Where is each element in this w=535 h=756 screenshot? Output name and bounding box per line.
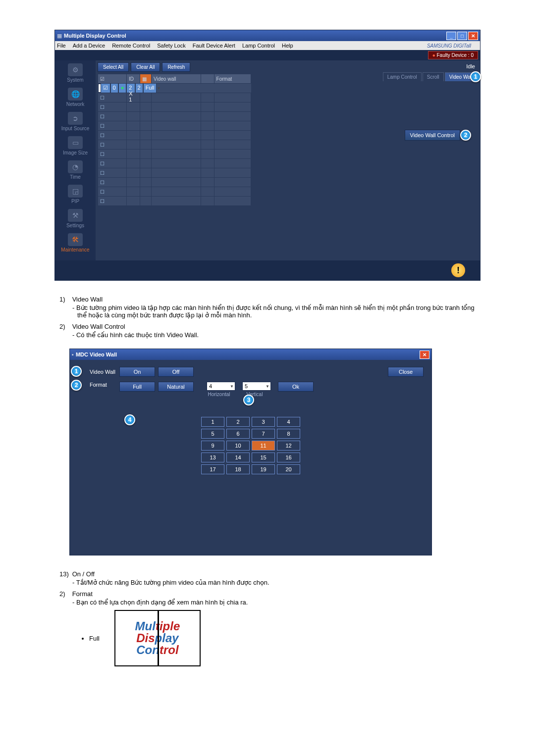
grid-cell[interactable]: 1	[201, 417, 224, 427]
desc-num: 2)	[59, 323, 70, 330]
app-icon: ▦	[57, 33, 62, 39]
callout-2-icon: 2	[71, 380, 82, 391]
ok-button[interactable]: Ok	[278, 382, 314, 392]
clear-all-button[interactable]: Clear All	[131, 62, 160, 72]
grid-cell[interactable]: 7	[252, 429, 275, 439]
off-button[interactable]: Off	[158, 367, 194, 377]
desc-title: Video Wall	[72, 296, 103, 303]
table-row[interactable]	[98, 159, 251, 168]
grid-cell[interactable]: 19	[252, 464, 275, 474]
callout-4-icon: 4	[124, 414, 135, 425]
pip-icon: ◲	[68, 185, 83, 198]
maximize-button[interactable]: □	[457, 32, 467, 40]
grid-cell[interactable]: 20	[277, 464, 300, 474]
sidebar-item-pip[interactable]: ◲PIP	[55, 185, 96, 204]
menu-help[interactable]: Help	[282, 43, 293, 49]
sidebar-item-input[interactable]: ➲Input Source	[55, 112, 96, 131]
tab-scroll[interactable]: Scroll	[423, 72, 444, 81]
tab-lamp[interactable]: Lamp Control	[383, 72, 422, 81]
menu-remote-control[interactable]: Remote Control	[112, 43, 150, 49]
menu-lamp-control[interactable]: Lamp Control	[242, 43, 275, 49]
fault-bar: Faulty Device : 0	[55, 50, 480, 60]
sidebar-item-network[interactable]: 🌐Network	[55, 88, 96, 107]
desc-title: On / Off	[72, 570, 95, 578]
grid-cell[interactable]: 2	[226, 417, 250, 427]
brand-label: SAMSUNG DIGITall	[427, 43, 471, 49]
table-row[interactable]	[98, 131, 251, 140]
table-row[interactable]	[98, 140, 251, 150]
desc-num: 1)	[59, 296, 70, 303]
dialog-close-button[interactable]: ✕	[420, 351, 429, 359]
grid-cell[interactable]: 15	[252, 453, 275, 462]
menu-add-device[interactable]: Add a Device	[73, 43, 105, 49]
table-row[interactable]	[98, 102, 251, 112]
table-row[interactable]	[98, 150, 251, 159]
table-row[interactable]	[98, 168, 251, 178]
grid-cell[interactable]: 9	[201, 441, 224, 451]
desc-text: - Bức tường phim video là tập hợp các mà…	[77, 304, 481, 319]
sidebar-item-system[interactable]: ⚙System	[55, 63, 96, 83]
close-button[interactable]: Close	[388, 367, 424, 377]
grid-cell[interactable]: 18	[226, 464, 250, 474]
grid-cell[interactable]: 3	[252, 417, 275, 427]
col-vw-icon: ▦	[140, 74, 152, 84]
grid-cell[interactable]: 6	[226, 429, 250, 439]
sidebar-item-maintenance[interactable]: 🛠Maintenance	[55, 233, 96, 252]
menu-file[interactable]: File	[57, 43, 66, 49]
network-icon: 🌐	[68, 88, 83, 101]
desc-title: Format	[72, 590, 93, 598]
grid-cell[interactable]: 5	[201, 429, 224, 439]
grid-cell[interactable]: 8	[277, 429, 300, 439]
grid-cell[interactable]: 17	[201, 464, 224, 474]
col-chk[interactable]: ☑	[98, 74, 127, 84]
system-icon: ⚙	[68, 63, 83, 76]
callout-3-icon: 3	[243, 395, 254, 405]
table-row[interactable]: 0 ● 2 X 1 2 Full	[98, 84, 127, 93]
on-button[interactable]: On	[119, 367, 155, 377]
status-idle: Idle	[466, 63, 475, 69]
settings-icon: ⚒	[68, 209, 83, 222]
horizontal-select[interactable]: 4	[207, 382, 235, 391]
table-row[interactable]	[98, 197, 251, 206]
desc-text: - Bạn có thể lựa chọn định dạng để xem m…	[77, 599, 481, 606]
refresh-button[interactable]: Refresh	[162, 62, 190, 72]
table-row[interactable]	[98, 93, 251, 102]
warning-icon: !	[451, 263, 465, 277]
video-wall-control-button[interactable]: Video Wall Control	[405, 130, 461, 141]
video-wall-dialog: ▪ MDC Video Wall ✕ 1 2 Video Wall On Off…	[69, 349, 432, 555]
label-format: Format	[90, 382, 119, 388]
mdc-main-window: ▦ Multiple Display Control _ □ ✕ File Ad…	[54, 30, 481, 281]
desc-text: - Có thể cấu hình các thuộc tính Video W…	[77, 331, 481, 339]
table-row[interactable]	[98, 121, 251, 131]
grid-cell[interactable]: 4	[277, 417, 300, 427]
fault-badge: Faulty Device : 0	[428, 51, 478, 59]
dialog-icon: ▪	[72, 352, 74, 357]
col-videowall: Video wall	[152, 74, 201, 84]
minimize-button[interactable]: _	[446, 32, 456, 40]
table-row[interactable]	[98, 112, 251, 121]
vertical-select[interactable]: 5	[242, 382, 271, 391]
time-icon: ◔	[68, 160, 83, 173]
image-icon: ▭	[68, 136, 83, 149]
close-button[interactable]: ✕	[468, 32, 478, 40]
grid-cell[interactable]: 16	[277, 453, 300, 462]
select-all-button[interactable]: Select All	[98, 62, 129, 72]
menu-fault-alert[interactable]: Fault Device Alert	[193, 43, 235, 49]
table-row[interactable]	[98, 178, 251, 187]
desc-num: 2)	[59, 590, 70, 598]
grid-cell[interactable]: 13	[201, 453, 224, 462]
desc-text: - Tắt/Mở chức năng Bức tường phim video …	[77, 579, 481, 586]
grid-cell[interactable]: 10	[226, 441, 250, 451]
description-list-2: 13) On / Off - Tắt/Mở chức năng Bức tườn…	[59, 570, 481, 666]
desc-num: 13)	[59, 570, 70, 578]
sidebar-item-time[interactable]: ◔Time	[55, 160, 96, 180]
grid-cell[interactable]: 14	[226, 453, 250, 462]
sidebar-item-image[interactable]: ▭Image Size	[55, 136, 96, 155]
sidebar-item-settings[interactable]: ⚒Settings	[55, 209, 96, 228]
grid-cell[interactable]: 11	[252, 441, 275, 451]
menu-safety-lock[interactable]: Safety Lock	[157, 43, 185, 49]
natural-button[interactable]: Natural	[158, 382, 194, 392]
grid-cell[interactable]: 12	[277, 441, 300, 451]
table-row[interactable]	[98, 187, 251, 197]
full-button[interactable]: Full	[119, 382, 155, 392]
